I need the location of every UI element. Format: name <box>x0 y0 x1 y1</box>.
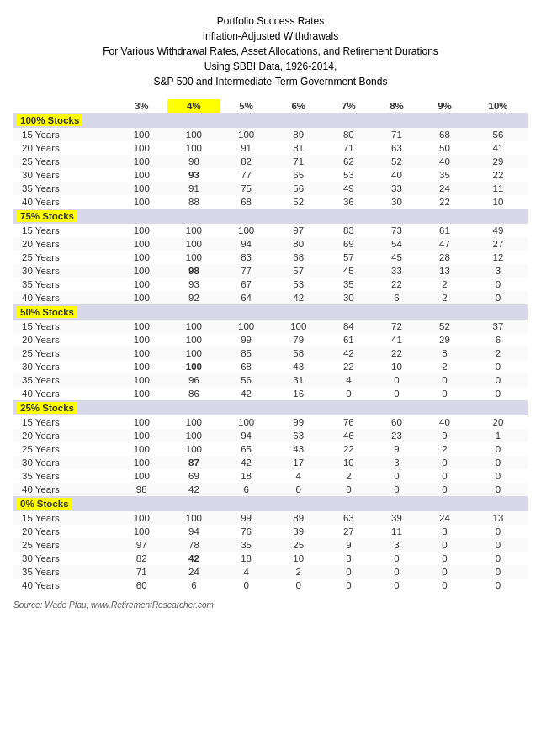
cell-value: 91 <box>167 182 220 195</box>
cell-value: 65 <box>273 168 325 182</box>
cell-value: 82 <box>115 552 167 565</box>
cell-value: 77 <box>220 264 273 278</box>
table-row: 15 Years100100998963392413 <box>13 511 528 525</box>
table-row: 20 Years100100948069544727 <box>13 237 528 251</box>
cell-value: 71 <box>325 141 373 155</box>
cell-value: 0 <box>469 456 528 469</box>
row-label: 25 Years <box>13 251 115 264</box>
cell-value: 100 <box>115 469 167 483</box>
cell-value: 0 <box>421 469 469 483</box>
cell-value: 10 <box>325 456 373 469</box>
cell-value: 87 <box>167 456 220 469</box>
cell-value: 3 <box>421 525 469 538</box>
cell-value: 36 <box>325 195 373 209</box>
section-header-1: 75% Stocks <box>13 209 528 224</box>
cell-value: 100 <box>115 182 167 195</box>
cell-value: 10 <box>273 552 325 565</box>
cell-value: 42 <box>167 552 220 565</box>
cell-value: 93 <box>167 278 220 291</box>
cell-value: 100 <box>115 373 167 387</box>
cell-value: 85 <box>220 346 273 360</box>
cell-value: 0 <box>421 538 469 552</box>
cell-value: 22 <box>373 278 421 291</box>
cell-value: 4 <box>220 565 273 579</box>
cell-value: 42 <box>325 346 373 360</box>
cell-value: 0 <box>469 552 528 565</box>
cell-value: 8 <box>421 346 469 360</box>
cell-value: 39 <box>373 511 421 525</box>
cell-value: 0 <box>325 483 373 496</box>
cell-value: 52 <box>421 320 469 333</box>
row-label: 35 Years <box>13 182 115 195</box>
cell-value: 63 <box>273 429 325 442</box>
cell-value: 100 <box>115 525 167 538</box>
cell-value: 89 <box>273 511 325 525</box>
row-label: 20 Years <box>13 333 115 346</box>
cell-value: 89 <box>273 128 325 141</box>
cell-value: 67 <box>220 278 273 291</box>
row-label: 35 Years <box>13 373 115 387</box>
cell-value: 40 <box>421 155 469 168</box>
cell-value: 94 <box>220 237 273 251</box>
table-row: 15 Years1001001008980716856 <box>13 128 528 141</box>
col-header-7%: 7% <box>325 99 373 113</box>
cell-value: 10 <box>469 195 528 209</box>
cell-value: 100 <box>115 387 167 400</box>
cell-value: 68 <box>220 195 273 209</box>
cell-value: 92 <box>167 291 220 304</box>
row-label: 30 Years <box>13 168 115 182</box>
cell-value: 99 <box>273 415 325 429</box>
table-row: 20 Years10010099796141296 <box>13 333 528 346</box>
cell-value: 41 <box>373 333 421 346</box>
cell-value: 9 <box>373 442 421 456</box>
cell-value: 47 <box>421 237 469 251</box>
row-label: 25 Years <box>13 155 115 168</box>
cell-value: 84 <box>325 320 373 333</box>
cell-value: 69 <box>167 469 220 483</box>
cell-value: 94 <box>220 429 273 442</box>
table-row: 20 Years100100918171635041 <box>13 141 528 155</box>
cell-value: 6 <box>373 291 421 304</box>
cell-value: 97 <box>273 224 325 237</box>
cell-value: 71 <box>373 128 421 141</box>
cell-value: 0 <box>469 525 528 538</box>
cell-value: 0 <box>469 291 528 304</box>
cell-value: 2 <box>325 469 373 483</box>
cell-value: 68 <box>421 128 469 141</box>
cell-value: 93 <box>167 168 220 182</box>
table-row: 15 Years1001001009783736149 <box>13 224 528 237</box>
cell-value: 100 <box>115 429 167 442</box>
table-row: 30 Years824218103000 <box>13 552 528 565</box>
cell-value: 42 <box>220 387 273 400</box>
cell-value: 100 <box>167 360 220 373</box>
section-header-0: 100% Stocks <box>13 113 528 128</box>
cell-value: 0 <box>373 565 421 579</box>
col-header-6%: 6% <box>273 99 325 113</box>
col-header-3%: 3% <box>115 99 167 113</box>
cell-value: 2 <box>421 442 469 456</box>
cell-value: 100 <box>167 511 220 525</box>
cell-value: 83 <box>220 251 273 264</box>
cell-value: 6 <box>167 579 220 592</box>
cell-value: 100 <box>115 360 167 373</box>
table-row: 40 Years10088685236302210 <box>13 195 528 209</box>
cell-value: 17 <box>273 456 325 469</box>
cell-value: 98 <box>167 264 220 278</box>
cell-value: 2 <box>469 346 528 360</box>
cell-value: 69 <box>325 237 373 251</box>
cell-value: 2 <box>421 360 469 373</box>
cell-value: 41 <box>469 141 528 155</box>
table-row: 25 Years10098827162524029 <box>13 155 528 168</box>
cell-value: 22 <box>421 195 469 209</box>
cell-value: 54 <box>373 237 421 251</box>
cell-value: 0 <box>469 442 528 456</box>
cell-value: 11 <box>469 182 528 195</box>
table-row: 30 Years1009877574533133 <box>13 264 528 278</box>
cell-value: 0 <box>469 579 528 592</box>
row-label: 40 Years <box>13 291 115 304</box>
cell-value: 80 <box>273 237 325 251</box>
table-row: 35 Years100691842000 <box>13 469 528 483</box>
cell-value: 0 <box>421 483 469 496</box>
cell-value: 3 <box>373 538 421 552</box>
cell-value: 88 <box>167 195 220 209</box>
